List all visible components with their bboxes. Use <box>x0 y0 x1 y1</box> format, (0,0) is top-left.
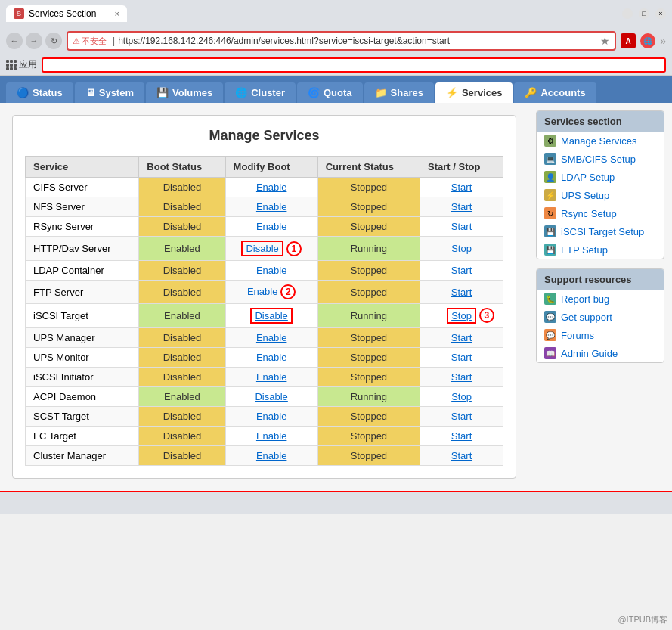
browser-tab[interactable]: S Services Section × <box>6 5 127 22</box>
modify-boot-button[interactable]: Enable <box>256 450 286 461</box>
tab-system[interactable]: 🖥 System <box>75 82 144 103</box>
apps-button[interactable]: 应用 <box>6 58 37 71</box>
modify-boot-button[interactable]: Enable <box>256 221 286 232</box>
boot-status: Enabled <box>139 304 225 328</box>
start-stop-button[interactable]: Stop <box>451 243 472 254</box>
close-button[interactable]: × <box>655 8 666 19</box>
tab-shares[interactable]: 📁 Shares <box>364 82 434 103</box>
forums-icon: 💬 <box>544 329 556 341</box>
modify-boot-button[interactable]: Enable <box>256 201 286 213</box>
start-stop-cell: Start <box>420 261 503 281</box>
tab-close-button[interactable]: × <box>115 9 119 18</box>
sidebar-item-manage-services[interactable]: ⚙ Manage Services <box>537 132 664 150</box>
tab-cluster[interactable]: 🌐 Cluster <box>225 82 296 103</box>
start-stop-button[interactable]: Start <box>451 352 472 363</box>
address-box[interactable]: ⚠ 不安全 | https://192.168.142.246:446/admi… <box>67 31 616 51</box>
forward-button[interactable]: → <box>26 33 42 49</box>
modify-boot-button[interactable]: Enable <box>256 182 286 193</box>
sidebar-item-report-bug[interactable]: 🐛 Report bug <box>537 290 664 308</box>
start-stop-button[interactable]: Start <box>451 411 472 422</box>
sidebar-item-ftp[interactable]: 💾 FTP Setup <box>537 241 664 259</box>
modify-boot-button[interactable]: Enable <box>256 352 286 363</box>
sidebar-item-iscsi[interactable]: 💾 iSCSI Target Setup <box>537 222 664 241</box>
sidebar-item-rsync[interactable]: ↻ Rsync Setup <box>537 204 664 222</box>
more-button[interactable]: » <box>660 35 666 47</box>
col-current-status: Current Status <box>317 157 420 178</box>
tab-quota[interactable]: 🌀 Quota <box>297 82 363 103</box>
col-modify-boot: Modify Boot <box>225 157 317 178</box>
ldap-icon: 👤 <box>544 171 556 183</box>
modify-boot-button[interactable]: Enable <box>256 430 286 442</box>
modify-boot-button[interactable]: Enable <box>247 286 277 297</box>
reload-button[interactable]: ↻ <box>45 33 62 49</box>
start-stop-cell: Stop <box>420 387 503 407</box>
current-status: Stopped <box>317 348 420 368</box>
sidebar-item-get-support[interactable]: 💬 Get support <box>537 308 664 326</box>
current-status: Stopped <box>317 446 420 466</box>
modify-boot: Enable <box>225 217 317 237</box>
start-stop-cell: Start <box>420 217 503 237</box>
start-stop-button[interactable]: Start <box>451 287 472 298</box>
admin-guide-link[interactable]: Admin Guide <box>561 348 618 359</box>
start-stop-button[interactable]: Start <box>451 371 472 383</box>
tab-status[interactable]: 🔵 Status <box>6 82 73 103</box>
boot-status: Enabled <box>139 387 225 407</box>
start-stop-button[interactable]: Start <box>451 201 472 213</box>
modify-boot-button[interactable]: Disable <box>250 308 292 324</box>
start-stop-button[interactable]: Start <box>451 430 472 442</box>
boot-status: Disabled <box>139 427 225 446</box>
forums-link[interactable]: Forums <box>561 330 594 341</box>
sidebar-item-smb-cifs[interactable]: 💻 SMB/CIFS Setup <box>537 150 664 168</box>
modify-boot-button[interactable]: Disable <box>241 241 283 256</box>
tab-accounts[interactable]: 🔑 Accounts <box>514 82 596 103</box>
start-stop-button[interactable]: Start <box>451 332 472 343</box>
back-button[interactable]: ← <box>6 33 23 49</box>
minimize-button[interactable]: — <box>622 8 633 19</box>
tab-services[interactable]: ⚡ Services <box>435 82 513 103</box>
service-name: LDAP Container <box>26 261 139 281</box>
report-bug-link[interactable]: Report bug <box>561 293 609 305</box>
sidebar-item-forums[interactable]: 💬 Forums <box>537 326 664 344</box>
modify-boot-button[interactable]: Enable <box>256 265 286 276</box>
extension-a-icon[interactable]: A <box>621 33 636 48</box>
start-stop-button[interactable]: Start <box>451 221 472 232</box>
sidebar-item-admin-guide[interactable]: 📖 Admin Guide <box>537 344 664 362</box>
table-row: LDAP ContainerDisabledEnableStoppedStart <box>26 261 503 281</box>
rsync-link[interactable]: Rsync Setup <box>561 208 617 219</box>
start-stop-button[interactable]: Stop <box>451 391 472 402</box>
modify-boot: Disable1 <box>225 237 317 261</box>
ups-icon: ⚡ <box>544 189 556 201</box>
ldap-link[interactable]: LDAP Setup <box>561 172 615 183</box>
modify-boot-button[interactable]: Enable <box>256 411 286 422</box>
insecure-badge: ⚠ 不安全 <box>73 36 107 47</box>
modify-boot: Enable <box>225 328 317 348</box>
current-status: Stopped <box>317 178 420 197</box>
smb-cifs-link[interactable]: SMB/CIFS Setup <box>561 154 636 165</box>
bookmark-star-icon[interactable]: ★ <box>600 35 610 47</box>
modify-boot-button[interactable]: Enable <box>256 332 286 343</box>
manage-services-link[interactable]: Manage Services <box>561 135 636 147</box>
iscsi-link[interactable]: iSCSI Target Setup <box>561 226 644 237</box>
start-stop-button[interactable]: Start <box>451 450 472 461</box>
modify-boot-button[interactable]: Enable <box>256 371 286 383</box>
start-stop-button[interactable]: Start <box>451 265 472 276</box>
get-support-link[interactable]: Get support <box>561 312 612 323</box>
volumes-icon: 💾 <box>156 87 169 98</box>
ftp-link[interactable]: FTP Setup <box>561 244 608 256</box>
bookmark-search[interactable] <box>42 57 666 73</box>
admin-guide-icon: 📖 <box>544 347 556 359</box>
extension-globe-icon[interactable]: 🌐 <box>640 33 655 48</box>
ups-link[interactable]: UPS Setup <box>561 190 609 201</box>
tab-volumes[interactable]: 💾 Volumes <box>146 82 223 103</box>
service-name: FC Target <box>26 427 139 446</box>
table-row: HTTP/Dav ServerEnabledDisable1RunningSto… <box>26 237 503 261</box>
start-stop-cell: Stop <box>420 237 503 261</box>
modify-boot-button[interactable]: Disable <box>255 391 287 402</box>
start-stop-button[interactable]: Start <box>451 182 472 193</box>
sidebar-item-ldap[interactable]: 👤 LDAP Setup <box>537 168 664 186</box>
maximize-button[interactable]: □ <box>639 8 649 19</box>
apps-grid-icon <box>6 60 17 70</box>
start-stop-button[interactable]: Stop <box>447 308 476 324</box>
sidebar-item-ups[interactable]: ⚡ UPS Setup <box>537 186 664 204</box>
service-name: SCST Target <box>26 407 139 427</box>
